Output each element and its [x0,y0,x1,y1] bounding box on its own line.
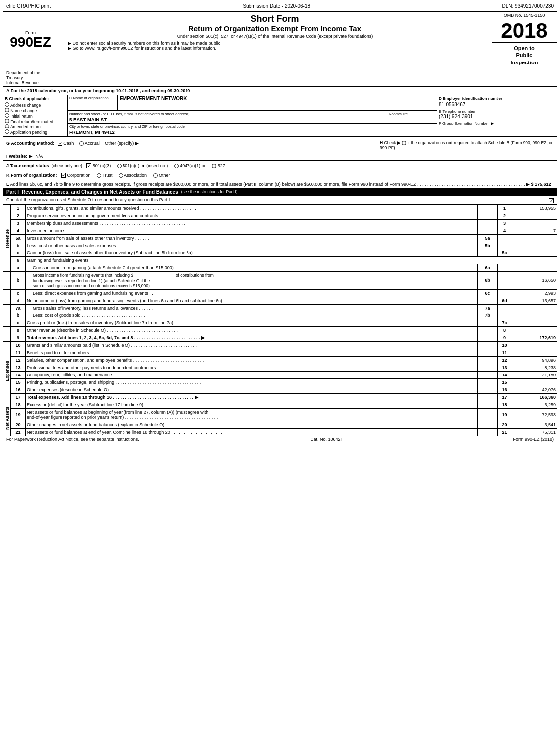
line-num-5a: 5a [11,234,26,242]
right-line-num-17: 17 [498,393,512,401]
table-row: Revenue 1 Contributions, gifts, grants, … [3,205,557,212]
mid-num-19 [478,408,498,421]
check-application-pending: Application pending [5,129,66,135]
ein-value: 81-0568467 [439,102,555,107]
line-num-12: 12 [11,356,26,364]
value-7c [512,319,557,326]
table-row: c Less: direct expenses from gaming and … [3,289,557,297]
omb-number: OMB No. 1545-1150 [492,12,557,19]
table-row: d Net income or (loss) from gaming and f… [3,297,557,304]
form-center-block: Short Form Return of Organization Exempt… [58,12,492,68]
value-6b: 16,650 [512,271,557,289]
line-num-3: 3 [11,219,26,227]
value-13: 8,238 [512,364,557,371]
org-fields: C Name of organization EMPOWERMENT NETWO… [68,95,437,136]
mid-num-5a: 5a [478,234,498,242]
table-row: b Less: cost of goods sold . . . . . . .… [3,312,557,319]
table-row: b Less: cost or other basis and sales ex… [3,242,557,249]
line-num-14: 14 [11,371,26,378]
value-15 [512,378,557,386]
value-6d: 13,657 [512,297,557,304]
line-num-19: 19 [11,408,26,421]
check-if-applicable: B Check if applicable: Address change Na… [3,95,68,136]
table-row: 8 Other revenue (describe in Schedule O)… [3,326,557,334]
right-line-num-13: 13 [498,364,512,371]
value-1: 158,955 [512,205,557,212]
line-num-10: 10 [11,341,26,349]
return-title: Return of Organization Exempt From Incom… [63,24,487,33]
desc-7a: Gross sales of inventory, less returns a… [26,304,478,312]
desc-7b: Less: cost of goods sold . . . . . . . .… [26,312,478,319]
table-row: 11 Benefits paid to or for members . . .… [3,349,557,356]
mid-num-21 [478,428,498,436]
mid-num-5c [478,249,498,256]
room-suite-label: Room/suite [387,111,437,123]
notice-line-2: ▶ Go to www.irs.gov/Form990EZ for instru… [63,46,487,51]
org-info-section: B Check if applicable: Address change Na… [3,95,557,137]
right-line-num-4: 4 [498,227,512,234]
table-row: 21 Net assets or fund balances at end of… [3,428,557,436]
check-initial-return: Initial return [5,113,66,119]
c-label: C Name of organization [68,95,118,110]
schedule-o-checkbox: ✓ [549,197,554,203]
line-num-5c: c [11,249,26,256]
right-line-num-5a [498,234,512,242]
value-8 [512,326,557,334]
line-num-6a: a [11,264,26,271]
desc-9: Total revenue. Add lines 1, 2, 3, 4, 5c,… [26,334,478,341]
submission-date: Submission Date - 2020-06-18 [243,3,310,9]
under-section-text: Under section 501(c), 527, or 4947(a)(1)… [63,34,487,39]
k-trust: Trust [97,173,114,178]
value-4: 7 [512,227,557,234]
k-corporation: ✓ Corporation [61,173,92,178]
blank-side-7a [3,304,11,312]
g-label: G Accounting Method: [6,141,54,146]
line-num-4: 4 [11,227,26,234]
part-i-subtitle: (see the instructions for Part I) [181,189,238,194]
line-num-6c: c [11,289,26,297]
value-6a [512,264,557,271]
line-num-16: 16 [11,386,26,393]
l-value: $ 175,612 [531,182,551,187]
value-3 [512,219,557,227]
check-name-change: Name change [5,108,66,113]
desc-20: Other changes in net assets or fund bala… [26,421,478,428]
mid-num-1 [478,205,498,212]
blank-side-6c [3,289,11,297]
table-row: 4 Investment income . . . . . . . . . . … [3,227,557,234]
website-row: I Website: ▶ N/A [3,152,557,160]
other-option: Other (specify) ▶ [105,141,199,146]
form-of-org-row: K Form of organization: ✓ Corporation Tr… [3,170,557,180]
part-i-title: Revenue, Expenses, and Changes in Net As… [22,189,178,195]
mid-num-7b: 7b [478,312,498,319]
desc-10: Grants and similar amounts paid (list in… [26,341,478,349]
value-7b [512,312,557,319]
mid-num-9 [478,334,498,341]
j-527: 527 [212,163,225,168]
main-header: Form 990EZ Short Form Return of Organiza… [3,11,557,68]
value-11 [512,349,557,356]
value-7a [512,304,557,312]
table-row: a Gross income from gaming (attach Sched… [3,264,557,271]
j-4947: 4947(a)(1) or [174,163,207,168]
mid-num-20 [478,421,498,428]
mid-num-6d [478,297,498,304]
part-i-label: Part I [6,189,19,195]
desc-8: Other revenue (describe in Schedule O) .… [26,326,478,334]
value-9: 172,619 [512,334,557,341]
b-label: B Check if applicable: [5,96,66,101]
j-501c3: ✓ 501(c)(3) [86,163,112,168]
j-label: J Tax-exempt status [6,163,49,168]
line-num-13: 13 [11,364,26,371]
table-row: 16 Other expenses (describe in Schedule … [3,386,557,393]
desc-14: Occupancy, rent, utilities, and maintena… [26,371,478,378]
org-name-row: C Name of organization EMPOWERMENT NETWO… [68,95,437,111]
blank-side-6b [3,271,11,289]
check-address-change: Address change [5,102,66,108]
part-i-header: Part I Revenue, Expenses, and Changes in… [3,188,557,196]
right-line-num-8: 8 [498,326,512,334]
value-2 [512,212,557,219]
k-label: K Form of organization: [6,173,57,178]
efile-label: efile GRAPHIC print [6,3,51,9]
blank-side-7b [3,312,11,319]
